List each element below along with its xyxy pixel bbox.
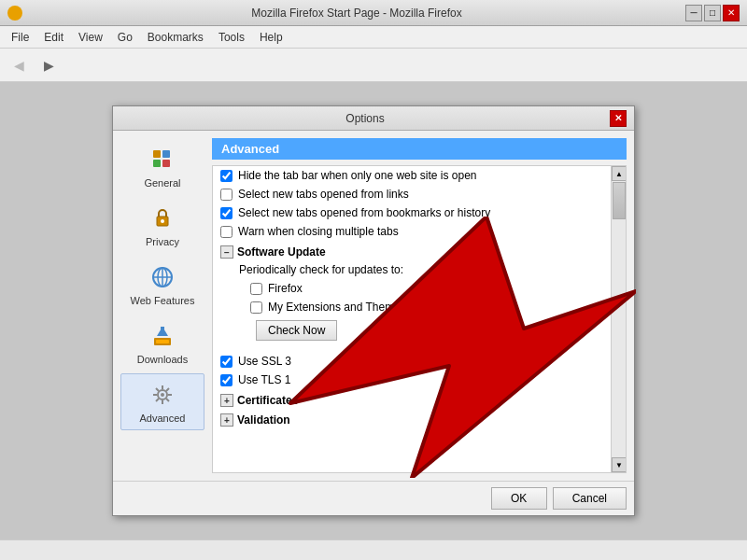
back-button[interactable]: ◀ — [6, 52, 32, 78]
sidebar-label-webfeatures: Web Features — [131, 295, 195, 306]
certificates-toggle[interactable]: + — [220, 394, 233, 407]
modal-overlay: Options ✕ — [0, 82, 747, 539]
option-warn-closing: Warn when closing multiple tabs — [217, 222, 609, 241]
privacy-icon — [148, 203, 177, 233]
software-update-label: Software Update — [237, 245, 326, 259]
label-select-tabs-bookmarks: Select new tabs opened from bookmarks or… — [238, 206, 490, 219]
label-hide-tabbar: Hide the tab bar when only one web site … — [238, 169, 477, 182]
software-update-toggle[interactable]: − — [220, 245, 233, 259]
certificates-header: + Certificates — [217, 389, 609, 409]
label-extensions-update: My Extensions and Themes — [268, 301, 406, 314]
menu-help[interactable]: Help — [252, 29, 290, 46]
menu-bookmarks[interactable]: Bookmarks — [140, 29, 211, 46]
sidebar-label-privacy: Privacy — [146, 236, 179, 247]
svg-rect-0 — [153, 150, 161, 158]
webfeatures-icon — [148, 262, 177, 292]
dialog-footer: OK Cancel — [113, 481, 634, 515]
option-extensions-update: My Extensions and Themes — [235, 298, 609, 316]
checkbox-warn-closing[interactable] — [220, 226, 233, 238]
certificates-label: Certificates — [237, 394, 298, 407]
sidebar-item-privacy[interactable]: Privacy — [120, 197, 204, 254]
option-select-tabs-bookmarks: Select new tabs opened from bookmarks or… — [217, 203, 609, 222]
cancel-button[interactable]: Cancel — [553, 487, 627, 510]
browser-content: Options ✕ — [0, 82, 747, 539]
maximize-button[interactable]: □ — [704, 5, 721, 21]
checkbox-extensions-update[interactable] — [250, 301, 262, 314]
toolbar: ◀ ▶ — [0, 49, 747, 82]
general-icon — [148, 145, 177, 175]
sidebar-item-advanced[interactable]: Advanced — [120, 373, 204, 430]
browser-window: Mozilla Firefox Start Page - Mozilla Fir… — [0, 0, 747, 560]
main-content: Advanced Hide the tab bar when only one … — [212, 138, 627, 473]
software-update-header: − Software Update — [217, 241, 609, 260]
label-warn-closing: Warn when closing multiple tabs — [238, 225, 399, 238]
sidebar-label-advanced: Advanced — [140, 413, 186, 424]
section-header: Advanced — [212, 138, 627, 160]
forward-button[interactable]: ▶ — [35, 52, 62, 78]
title-bar: Mozilla Firefox Start Page - Mozilla Fir… — [0, 0, 747, 26]
sidebar-label-general: General — [144, 177, 180, 189]
checkbox-use-ssl[interactable] — [220, 356, 233, 368]
validation-toggle[interactable]: + — [220, 413, 233, 427]
svg-point-5 — [161, 219, 164, 223]
checkbox-hide-tabbar[interactable] — [220, 170, 233, 182]
ok-button[interactable]: OK — [491, 487, 547, 510]
check-now-button[interactable]: Check Now — [256, 320, 337, 341]
validation-label: Validation — [237, 413, 290, 427]
label-select-tabs-links: Select new tabs opened from links — [238, 188, 409, 201]
checkbox-use-tls[interactable] — [220, 374, 233, 386]
validation-header: + Validation — [217, 409, 609, 428]
svg-rect-1 — [162, 150, 170, 158]
sidebar-item-webfeatures[interactable]: Web Features — [120, 256, 204, 313]
option-use-tls: Use TLS 1 — [217, 371, 609, 389]
svg-rect-11 — [156, 340, 169, 343]
scroll-down-button[interactable]: ▼ — [612, 457, 627, 472]
option-hide-tabbar: Hide the tab bar when only one web site … — [217, 166, 609, 185]
firefox-icon — [7, 6, 22, 21]
options-area: Hide the tab bar when only one web site … — [212, 165, 627, 473]
svg-line-23 — [156, 399, 159, 401]
svg-point-15 — [161, 393, 164, 397]
svg-line-20 — [156, 388, 159, 391]
update-sublabel-text: Periodically check for updates to: — [239, 263, 403, 276]
svg-line-21 — [166, 399, 169, 401]
checkbox-select-tabs-bookmarks[interactable] — [220, 207, 233, 219]
menu-bar: File Edit View Go Bookmarks Tools Help — [0, 26, 747, 49]
sidebar-label-downloads: Downloads — [137, 354, 188, 365]
window-close-button[interactable]: ✕ — [723, 5, 740, 21]
label-use-tls: Use TLS 1 — [238, 373, 290, 386]
software-update-content: Periodically check for updates to: Firef… — [217, 260, 609, 344]
menu-edit[interactable]: Edit — [36, 29, 71, 46]
menu-view[interactable]: View — [71, 29, 110, 46]
dialog-title: Options — [120, 112, 610, 125]
checkbox-firefox-update[interactable] — [250, 283, 262, 295]
label-use-ssl: Use SSL 3 — [238, 355, 291, 368]
options-dialog: Options ✕ — [112, 105, 635, 516]
menu-tools[interactable]: Tools — [211, 29, 252, 46]
option-use-ssl: Use SSL 3 — [217, 352, 609, 371]
option-firefox-update: Firefox — [235, 279, 609, 298]
window-title: Mozilla Firefox Start Page - Mozilla Fir… — [28, 7, 685, 20]
label-firefox-update: Firefox — [268, 282, 303, 295]
minimize-button[interactable]: ─ — [685, 5, 702, 21]
svg-rect-3 — [162, 160, 170, 167]
scrollbar-thumb[interactable] — [613, 182, 626, 219]
sidebar-item-downloads[interactable]: Downloads — [120, 315, 204, 371]
status-bar — [0, 539, 747, 560]
dialog-title-bar: Options ✕ — [113, 106, 634, 131]
dialog-close-button[interactable]: ✕ — [610, 110, 627, 127]
menu-go[interactable]: Go — [110, 29, 140, 46]
svg-rect-13 — [161, 327, 164, 336]
svg-line-22 — [166, 388, 169, 391]
sidebar-item-general[interactable]: General — [120, 138, 204, 195]
svg-rect-2 — [153, 160, 161, 167]
sidebar: General Privacy — [120, 138, 204, 473]
window-controls: ─ □ ✕ — [685, 5, 740, 21]
scrollbar[interactable]: ▲ ▼ — [611, 166, 626, 472]
scroll-up-button[interactable]: ▲ — [612, 166, 627, 181]
menu-file[interactable]: File — [4, 29, 36, 46]
checkbox-select-tabs-links[interactable] — [220, 189, 233, 201]
advanced-icon — [148, 380, 177, 410]
update-sublabel: Periodically check for updates to: — [235, 260, 609, 279]
dialog-body: General Privacy — [113, 131, 634, 481]
